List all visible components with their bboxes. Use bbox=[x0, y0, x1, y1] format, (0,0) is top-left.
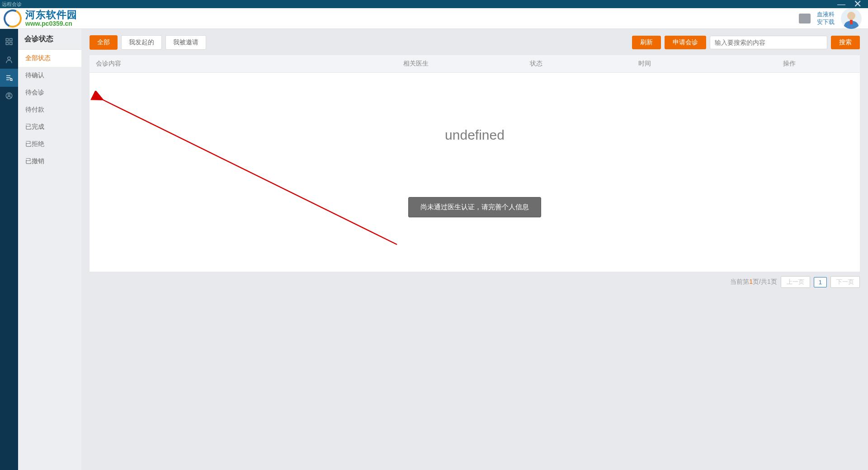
nav-dashboard[interactable] bbox=[0, 33, 18, 51]
table-header: 会诊内容 相关医生 状态 时间 操作 bbox=[90, 55, 860, 73]
svg-point-6 bbox=[8, 57, 10, 60]
empty-undefined: undefined bbox=[445, 127, 505, 143]
avatar[interactable] bbox=[841, 8, 862, 29]
sidebar-item-pending-pay[interactable]: 待付款 bbox=[18, 101, 81, 118]
sidebar-item-completed[interactable]: 已完成 bbox=[18, 118, 81, 136]
main: 全部 我发起的 我被邀请 刷新 申请会诊 搜索 会诊内容 相关医生 状态 时间 … bbox=[81, 29, 868, 470]
page-1[interactable]: 1 bbox=[814, 277, 827, 287]
svg-point-13 bbox=[8, 94, 10, 96]
tab-invited[interactable]: 我被邀请 bbox=[165, 35, 206, 50]
svg-rect-1 bbox=[850, 20, 853, 24]
svg-point-0 bbox=[847, 12, 855, 20]
sidebar-item-cancelled[interactable]: 已撤销 bbox=[18, 153, 81, 170]
svg-line-11 bbox=[12, 80, 13, 81]
logo-text-en: www.pc0359.cn bbox=[25, 20, 77, 27]
chat-icon[interactable] bbox=[799, 14, 811, 24]
sidebar-item-pending-confirm[interactable]: 待确认 bbox=[18, 67, 81, 84]
page-prev[interactable]: 上一页 bbox=[781, 276, 810, 288]
search-input[interactable] bbox=[710, 36, 827, 49]
page-info: 当前第1页/共1页 bbox=[730, 278, 777, 286]
svg-line-14 bbox=[103, 100, 397, 244]
nav-profile[interactable] bbox=[0, 87, 18, 105]
close-icon[interactable]: ✕ bbox=[854, 0, 862, 8]
annotation-arrow bbox=[90, 91, 406, 254]
minimize-icon[interactable]: — bbox=[837, 0, 845, 8]
col-time: 时间 bbox=[638, 60, 783, 68]
sidebar-title: 会诊状态 bbox=[18, 29, 81, 50]
user-dept: 血液科 bbox=[817, 11, 835, 19]
col-doctor: 相关医生 bbox=[403, 60, 530, 68]
logo: 河东软件园 www.pc0359.cn bbox=[0, 9, 77, 28]
svg-rect-3 bbox=[10, 38, 12, 41]
window-controls: — ✕ bbox=[837, 0, 868, 8]
table-body: undefined 尚未通过医生认证，请完善个人信息 bbox=[90, 73, 860, 272]
logo-icon bbox=[3, 9, 23, 28]
titlebar: 远程会诊 — ✕ bbox=[0, 0, 868, 8]
col-content: 会诊内容 bbox=[96, 60, 403, 68]
nav-doctor[interactable] bbox=[0, 51, 18, 69]
tab-all[interactable]: 全部 bbox=[90, 35, 118, 50]
header: 河东软件园 www.pc0359.cn 血液科 安下载 bbox=[0, 8, 868, 29]
sidebar-item-rejected[interactable]: 已拒绝 bbox=[18, 136, 81, 153]
col-action: 操作 bbox=[783, 60, 854, 68]
apply-button[interactable]: 申请会诊 bbox=[665, 36, 706, 49]
sidebar-item-all[interactable]: 全部状态 bbox=[18, 50, 81, 67]
search-button[interactable]: 搜索 bbox=[831, 36, 860, 49]
col-status: 状态 bbox=[530, 60, 638, 68]
svg-rect-5 bbox=[10, 42, 12, 45]
user-name: 安下载 bbox=[817, 19, 835, 26]
window-title: 远程会诊 bbox=[2, 1, 22, 8]
logo-text-cn: 河东软件园 bbox=[25, 9, 77, 20]
verification-alert[interactable]: 尚未通过医生认证，请完善个人信息 bbox=[408, 197, 541, 217]
sidebar: 会诊状态 全部状态 待确认 待会诊 待付款 已完成 已拒绝 已撤销 bbox=[18, 29, 81, 470]
nav-consult[interactable] bbox=[0, 69, 18, 87]
pagination: 当前第1页/共1页 上一页 1 下一页 bbox=[90, 276, 860, 288]
refresh-button[interactable]: 刷新 bbox=[632, 36, 661, 49]
user-info[interactable]: 血液科 安下载 bbox=[817, 11, 835, 26]
page-next[interactable]: 下一页 bbox=[830, 276, 860, 288]
nav-rail: ▸ bbox=[0, 29, 18, 470]
sidebar-item-pending-consult[interactable]: 待会诊 bbox=[18, 84, 81, 101]
svg-rect-4 bbox=[6, 42, 8, 45]
tab-mine[interactable]: 我发起的 bbox=[121, 35, 162, 50]
toolbar: 全部 我发起的 我被邀请 刷新 申请会诊 搜索 bbox=[90, 35, 860, 50]
svg-rect-2 bbox=[6, 38, 8, 41]
